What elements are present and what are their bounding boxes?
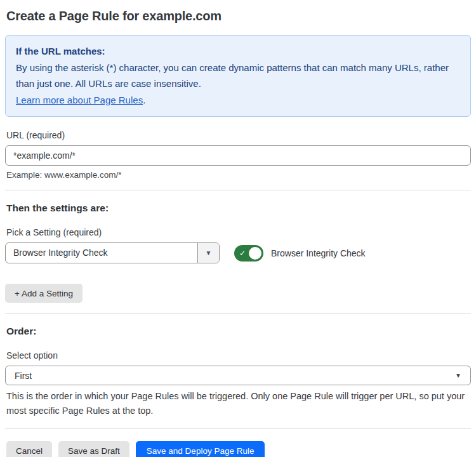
setting-select-value: Browser Integrity Check — [6, 243, 197, 263]
save-draft-button[interactable]: Save as Draft — [58, 441, 129, 457]
learn-more-link[interactable]: Learn more about Page Rules — [16, 95, 143, 105]
settings-section-heading: Then the settings are: — [6, 202, 470, 214]
toggle-knob — [249, 247, 261, 260]
page-title: Create a Page Rule for example.com — [6, 9, 470, 23]
check-icon: ✓ — [239, 249, 246, 256]
url-field-label: URL (required) — [6, 130, 470, 140]
footer-button-row: Cancel Save as Draft Save and Deploy Pag… — [6, 441, 471, 457]
setting-select[interactable]: Browser Integrity Check ▼ — [5, 242, 220, 263]
setting-row: Browser Integrity Check ▼ ✓ Browser Inte… — [5, 242, 471, 263]
order-select-label: Select option — [6, 350, 470, 361]
add-setting-button[interactable]: + Add a Setting — [5, 284, 83, 303]
toggle-label: Browser Integrity Check — [271, 248, 366, 258]
divider — [5, 190, 471, 190]
browser-integrity-toggle[interactable]: ✓ — [234, 245, 263, 262]
save-deploy-button[interactable]: Save and Deploy Page Rule — [136, 441, 265, 457]
info-box-heading: If the URL matches: — [16, 43, 460, 60]
cancel-button[interactable]: Cancel — [6, 441, 52, 457]
url-input[interactable] — [5, 145, 471, 166]
order-select[interactable]: First ▼ — [5, 366, 471, 385]
info-box-link-line: Learn more about Page Rules. — [16, 92, 460, 109]
url-field-helper: Example: www.example.com/* — [6, 170, 470, 180]
setting-select-arrow-button[interactable]: ▼ — [197, 243, 219, 263]
order-section-heading: Order: — [6, 326, 470, 337]
info-box-body: By using the asterisk (*) character, you… — [16, 60, 460, 92]
url-match-info-box: If the URL matches: By using the asteris… — [5, 35, 471, 117]
chevron-down-icon: ▼ — [455, 372, 461, 379]
divider — [5, 428, 471, 429]
order-helper-text: This is the order in which your Page Rul… — [6, 389, 470, 418]
page-rule-form: Create a Page Rule for example.com If th… — [0, 0, 476, 457]
link-suffix: . — [143, 95, 145, 105]
divider — [5, 313, 471, 314]
chevron-down-icon: ▼ — [206, 249, 212, 256]
setting-picker-label: Pick a Setting (required) — [6, 227, 470, 237]
order-select-value: First — [15, 371, 32, 381]
